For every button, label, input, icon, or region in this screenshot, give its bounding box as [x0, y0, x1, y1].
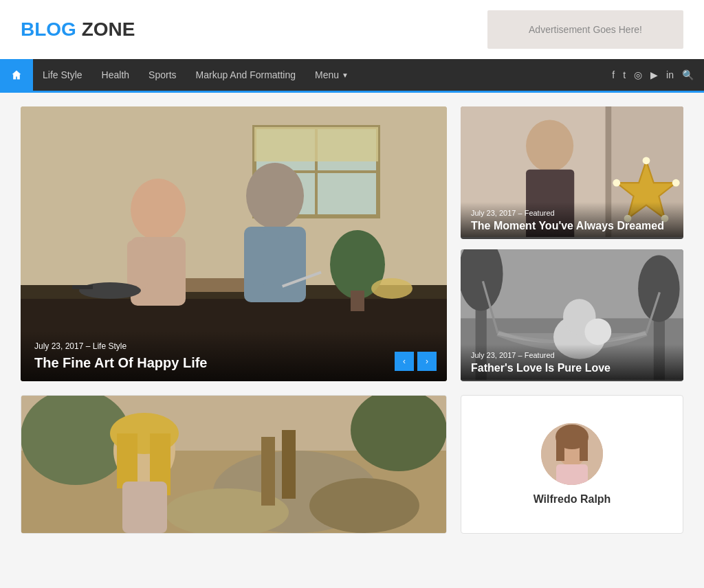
author-widget: Wilfredo Ralph: [461, 395, 683, 534]
featured-small-post-1[interactable]: July 23, 2017 – Featured The Moment You'…: [461, 106, 683, 239]
slider-arrows: ‹ ›: [395, 352, 437, 371]
bottom-left-post[interactable]: [21, 395, 447, 534]
next-slide-button[interactable]: ›: [417, 352, 437, 371]
svg-rect-58: [122, 482, 167, 533]
featured-small-2-title: Father's Love Is Pure Love: [471, 362, 673, 374]
svg-point-30: [672, 179, 680, 187]
featured-small-1-date: July 23, 2017 – Featured: [471, 209, 673, 217]
nav-link-lifestyle[interactable]: Life Style: [33, 59, 92, 91]
facebook-icon[interactable]: f: [612, 69, 615, 80]
svg-rect-63: [556, 437, 564, 461]
svg-rect-16: [244, 230, 268, 285]
featured-large-title: The Fine Art Of Happy Life: [34, 355, 433, 371]
svg-rect-64: [580, 437, 588, 461]
nav-home-button[interactable]: [0, 59, 33, 91]
top-featured-section: July 23, 2017 – Life Style The Fine Art …: [21, 106, 683, 381]
svg-rect-21: [72, 285, 93, 289]
featured-small-1-overlay: July 23, 2017 – Featured The Moment You'…: [461, 202, 683, 239]
featured-large-overlay: July 23, 2017 – Life Style The Fine Art …: [21, 331, 447, 381]
svg-rect-53: [282, 430, 296, 499]
author-name: Wilfredo Ralph: [534, 493, 611, 506]
author-avatar: [541, 423, 603, 485]
site-header: BLOG ZONE Advertisement Goes Here!: [0, 0, 704, 59]
logo-blog: BLOG: [21, 19, 76, 40]
svg-point-26: [526, 120, 573, 172]
nav-link-markup[interactable]: Markup And Formatting: [186, 59, 306, 91]
nav-menu-dropdown[interactable]: Menu ▼: [305, 59, 358, 91]
svg-point-29: [643, 157, 650, 164]
blonde-woman-svg: [21, 396, 446, 533]
svg-rect-56: [117, 433, 138, 488]
featured-small-2-date: July 23, 2017 – Featured: [471, 351, 673, 359]
nav-link-sports[interactable]: Sports: [139, 59, 186, 91]
advertisement-banner: Advertisement Goes Here!: [487, 10, 683, 49]
featured-small-post-2[interactable]: July 23, 2017 – Featured Father's Love I…: [461, 249, 683, 382]
featured-small-1-title: The Moment You've Always Dreamed: [471, 220, 673, 232]
featured-right-column: July 23, 2017 – Featured The Moment You'…: [461, 106, 683, 381]
svg-point-31: [613, 179, 620, 187]
bottom-section: Wilfredo Ralph: [21, 395, 683, 534]
home-icon: [11, 69, 22, 80]
svg-rect-10: [351, 291, 364, 311]
svg-point-14: [246, 163, 304, 229]
svg-point-39: [638, 255, 679, 321]
svg-point-11: [131, 179, 186, 240]
bottom-post-image: [21, 396, 446, 533]
instagram-icon[interactable]: ◎: [634, 69, 642, 80]
svg-rect-52: [261, 437, 275, 506]
svg-rect-5: [254, 127, 378, 161]
featured-large-date: July 23, 2017 – Life Style: [34, 341, 433, 351]
author-avatar-image: [541, 423, 603, 485]
svg-point-19: [371, 278, 412, 299]
svg-point-48: [309, 478, 419, 533]
youtube-icon[interactable]: ▶: [650, 69, 658, 80]
search-icon[interactable]: 🔍: [682, 69, 694, 80]
svg-rect-65: [556, 464, 588, 485]
nav-social-icons: f t ◎ ▶ in 🔍: [612, 69, 704, 80]
logo-zone: ZONE: [76, 19, 135, 40]
site-logo[interactable]: BLOG ZONE: [21, 19, 135, 41]
svg-point-42: [584, 318, 611, 345]
featured-small-2-overlay: July 23, 2017 – Featured Father's Love I…: [461, 344, 683, 381]
prev-slide-button[interactable]: ‹: [395, 352, 414, 371]
main-content: July 23, 2017 – Life Style The Fine Art …: [0, 93, 704, 547]
nav-link-health[interactable]: Health: [92, 59, 139, 91]
nav-left: Life Style Health Sports Markup And Form…: [0, 59, 358, 91]
twitter-icon[interactable]: t: [623, 69, 626, 80]
svg-point-20: [79, 282, 141, 299]
featured-large-post[interactable]: July 23, 2017 – Life Style The Fine Art …: [21, 106, 447, 381]
chevron-down-icon: ▼: [342, 71, 349, 79]
author-portrait-svg: [541, 423, 603, 485]
svg-rect-13: [127, 240, 148, 289]
main-navbar: Life Style Health Sports Markup And Form…: [0, 59, 704, 91]
linkedin-icon[interactable]: in: [666, 69, 674, 80]
